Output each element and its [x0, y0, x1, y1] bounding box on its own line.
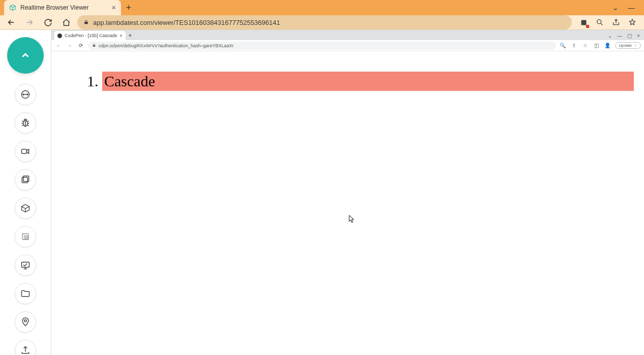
inner-maximize-icon[interactable]: ▢ — [627, 33, 632, 39]
inner-address-bar[interactable]: cdpn.io/pen/debug/KKxWrVx?authentication… — [88, 42, 556, 50]
svg-rect-12 — [93, 45, 96, 46]
forward-button[interactable] — [22, 15, 37, 29]
svg-rect-7 — [23, 176, 29, 182]
outer-tab-active[interactable]: Realtime Browser Viewer × — [4, 0, 121, 15]
chevron-down-icon[interactable]: ⌄ — [612, 4, 619, 12]
inner-new-tab-button[interactable]: + — [126, 31, 135, 40]
list-item-text: Cascade — [102, 72, 634, 91]
svg-rect-6 — [22, 177, 27, 183]
bug-button[interactable] — [15, 112, 36, 134]
inner-lock-icon — [92, 43, 96, 48]
ordered-list: Cascade — [82, 72, 634, 91]
monitor-button[interactable] — [15, 254, 36, 276]
inner-close-tab-icon[interactable]: × — [119, 33, 122, 39]
inner-forward-button[interactable]: → — [66, 42, 74, 50]
new-tab-button[interactable]: + — [121, 0, 136, 15]
svg-rect-1 — [581, 20, 586, 25]
svg-rect-5 — [22, 149, 27, 153]
kebab-icon: ⋮ — [633, 43, 637, 48]
folder-button[interactable] — [15, 283, 36, 304]
zoom-icon[interactable] — [595, 18, 604, 27]
inner-toolbar: ← → ⟳ cdpn.io/pen/debug/KKxWrVx?authenti… — [51, 40, 644, 51]
svg-rect-9 — [24, 236, 28, 240]
codepen-favicon-icon — [57, 34, 62, 38]
svg-point-2 — [597, 20, 601, 24]
inner-tab-title: CodePen - [15b] Cascade — [65, 33, 117, 38]
inner-page-content: Cascade — [51, 51, 644, 355]
update-label: Update — [619, 43, 632, 48]
inner-close-window-icon[interactable]: × — [637, 33, 640, 39]
inner-panel-icon[interactable]: ◫ — [593, 42, 600, 49]
outer-toolbar-actions — [576, 18, 640, 27]
inner-chevron-down-icon[interactable]: ⌄ — [608, 33, 612, 39]
viewer-panel: CodePen - [15b] Cascade × + ⌄ — ▢ × ← → … — [51, 30, 644, 355]
outer-url-text: app.lambdatest.com/viewer/TES10160384316… — [93, 19, 280, 26]
inner-url-text: cdpn.io/pen/debug/KKxWrVx?authentication… — [99, 43, 234, 48]
list-item: Cascade — [102, 72, 634, 91]
switch-button[interactable] — [15, 84, 36, 105]
inner-star-icon[interactable]: ☆ — [581, 42, 589, 49]
location-button[interactable] — [15, 311, 36, 333]
lock-icon — [83, 19, 89, 26]
upload-button[interactable] — [15, 340, 36, 355]
inner-tab-bar: CodePen - [15b] Cascade × + ⌄ — ▢ × — [51, 30, 644, 40]
home-button[interactable] — [59, 15, 73, 29]
bookmark-star-icon[interactable] — [628, 18, 637, 27]
inner-reload-button[interactable]: ⟳ — [77, 42, 85, 50]
inner-share-icon[interactable]: ⇧ — [570, 42, 577, 49]
svg-rect-0 — [84, 22, 87, 24]
inner-tab-active[interactable]: CodePen - [15b] Cascade × — [54, 31, 126, 40]
share-icon[interactable] — [611, 18, 621, 27]
minimize-icon[interactable]: — — [628, 4, 635, 12]
outer-tab-title: Realtime Browser Viewer — [20, 4, 108, 11]
update-button[interactable]: Update ⋮ — [615, 42, 641, 49]
lambdatest-favicon-icon — [9, 4, 16, 11]
outer-address-bar[interactable]: app.lambdatest.com/viewer/TES10160384316… — [77, 15, 572, 29]
svg-point-11 — [24, 319, 26, 321]
inner-browser-window: CodePen - [15b] Cascade × + ⌄ — ▢ × ← → … — [51, 30, 644, 355]
gallery-button[interactable] — [15, 169, 36, 190]
outer-window-controls: ⌄ — — [612, 0, 644, 15]
extension-icon[interactable] — [579, 18, 588, 27]
sidebar — [0, 30, 51, 355]
inner-window-controls: ⌄ — ▢ × — [608, 31, 644, 40]
inner-zoom-icon[interactable]: 🔍 — [559, 42, 566, 49]
app-body: CodePen - [15b] Cascade × + ⌄ — ▢ × ← → … — [0, 30, 644, 355]
outer-toolbar: app.lambdatest.com/viewer/TES10160384316… — [0, 15, 644, 30]
inner-profile-icon[interactable]: 👤 — [604, 42, 611, 49]
back-button[interactable] — [4, 15, 18, 29]
close-tab-icon[interactable]: × — [112, 4, 116, 12]
inner-toolbar-actions: 🔍 ⇧ ☆ ◫ 👤 Update ⋮ — [559, 42, 641, 49]
inner-minimize-icon[interactable]: — — [617, 33, 622, 39]
layout-button[interactable] — [15, 226, 36, 247]
outer-tab-bar: Realtime Browser Viewer × + ⌄ — — [0, 0, 644, 15]
outer-browser-window: Realtime Browser Viewer × + ⌄ — app.lamb… — [0, 0, 644, 355]
reload-button[interactable] — [41, 15, 55, 29]
inner-back-button[interactable]: ← — [54, 42, 63, 50]
collapse-sidebar-button[interactable] — [7, 37, 44, 74]
video-button[interactable] — [15, 141, 36, 162]
package-button[interactable] — [15, 198, 36, 219]
